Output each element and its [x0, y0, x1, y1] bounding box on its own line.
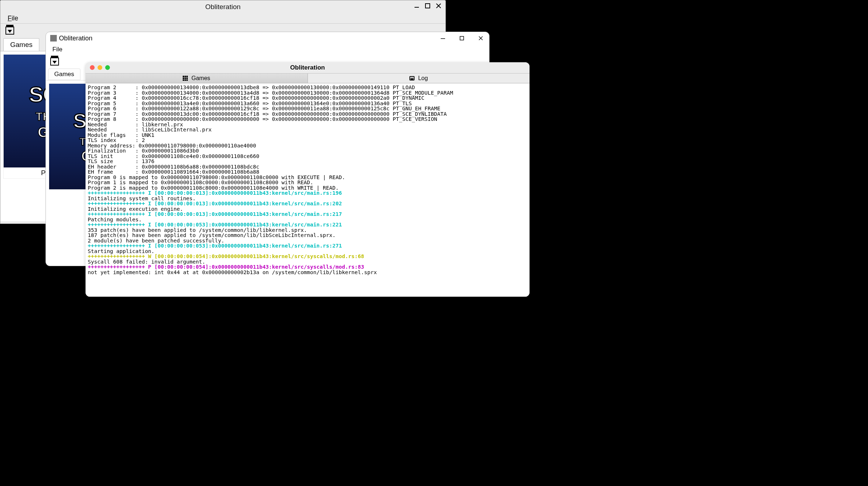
tab-games[interactable]: Games [48, 68, 80, 80]
log-line: Patching modules. [88, 217, 527, 222]
app-icon [50, 35, 57, 42]
titlebar[interactable]: Obliteration [0, 0, 445, 13]
import-icon[interactable] [5, 27, 14, 35]
maximize-button[interactable] [423, 2, 432, 10]
log-line: Program 5 : 0x000000000013a4e0:0x0000000… [88, 101, 527, 106]
log-line: ++++++++++++++++++ W [00:00:00:00:054]:0… [88, 254, 527, 259]
minimize-button[interactable] [98, 65, 102, 70]
log-line: EH header : 0x00000001108b6a88:0x0000000… [88, 164, 527, 170]
log-line: Initializing system call routines. [88, 196, 527, 201]
log-line: Starting application. [88, 249, 527, 254]
log-line: 187 patch(es) have been applied to /syst… [88, 233, 527, 238]
grid-icon [183, 76, 188, 81]
log-line: Program 8 : 0x0000000000000000:0x0000000… [88, 116, 527, 122]
log-line: ++++++++++++++++++ P [00:00:00:00:054]:0… [88, 264, 527, 270]
svg-rect-1 [425, 4, 430, 8]
log-line: Finalization : 0x000000011086d3b0 [88, 148, 527, 154]
log-line: Program 3 : 0x0000000000134000:0x0000000… [88, 90, 527, 96]
menu-file[interactable]: File [5, 14, 20, 23]
log-line: Program 4 : 0x000000000016cc78:0x0000000… [88, 95, 527, 101]
close-button[interactable] [90, 65, 95, 70]
window-title: Obliteration [59, 35, 92, 42]
log-line: TLS size : 1376 [88, 159, 527, 164]
log-line: 353 patch(es) have been applied to /syst… [88, 228, 527, 233]
close-button[interactable] [475, 33, 486, 43]
log-line: Needed : libkernel.prx [88, 122, 527, 127]
log-line: ++++++++++++++++++ I [00:00:00:00:013]:0… [88, 201, 527, 206]
log-line: ++++++++++++++++++ I [00:00:00:00:013]:0… [88, 190, 527, 196]
minimize-button[interactable] [437, 33, 448, 43]
window-title: Obliteration [205, 3, 241, 11]
log-line: Program 6 : 0x0000000000122a88:0x0000000… [88, 106, 527, 111]
titlebar[interactable]: Obliteration [86, 62, 530, 73]
log-line: Memory address: 0x0000000110798000:0x000… [88, 143, 527, 149]
minimize-button[interactable] [412, 2, 421, 10]
tab-games[interactable]: Games [86, 74, 308, 83]
log-line: Program 0 is mapped to 0x000000011079800… [88, 175, 527, 180]
maximize-button[interactable] [456, 33, 467, 43]
window-obliteration-3: Obliteration Games Log Program 2 : 0x000… [86, 62, 530, 297]
log-line: ++++++++++++++++++ I [00:00:00:00:013]:0… [88, 212, 527, 217]
menubar: File [0, 13, 445, 24]
log-line: Program 1 is mapped to 0x00000001108c000… [88, 180, 527, 185]
log-line: ++++++++++++++++++ I [00:00:00:00:053]:0… [88, 243, 527, 249]
log-line: EH frame : 0x0000000110891664:0x00000001… [88, 169, 527, 175]
log-line: TLS index : 2 [88, 138, 527, 143]
tab-log[interactable]: Log [308, 74, 530, 83]
log-line: Module flags : UNK1 [88, 133, 527, 138]
close-button[interactable] [434, 2, 443, 10]
log-line: Program 2 is mapped to 0x00000001108c800… [88, 185, 527, 191]
tab-games[interactable]: Games [3, 38, 39, 51]
window-title: Obliteration [290, 64, 325, 71]
svg-rect-5 [460, 36, 464, 40]
titlebar[interactable]: Obliteration [46, 32, 489, 44]
import-icon[interactable] [50, 58, 59, 66]
log-line: not yet implemented: int 0x44 at at 0x00… [88, 270, 527, 275]
log-panel[interactable]: Program 2 : 0x0000000000134000:0x0000000… [86, 83, 530, 297]
log-line: Needed : libSceLibcInternal.prx [88, 127, 527, 133]
log-icon [409, 76, 415, 80]
log-line: TLS init : 0x00000001108ce4e0:0x00000001… [88, 154, 527, 159]
menubar: File [46, 44, 489, 55]
log-line: ++++++++++++++++++ I [00:00:00:00:053]:0… [88, 222, 527, 228]
tabstrip: Games Log [86, 73, 530, 83]
log-line: Program 7 : 0x000000000013dc00:0x0000000… [88, 111, 527, 117]
zoom-button[interactable] [105, 65, 110, 70]
log-line: Initializing execution engine. [88, 206, 527, 212]
log-line: 2 module(s) have been patched successful… [88, 238, 527, 244]
log-line: Program 2 : 0x0000000000134000:0x0000000… [88, 85, 527, 90]
menu-file[interactable]: File [50, 45, 64, 54]
log-line: Syscall 608 failed: invalid argument. [88, 259, 527, 265]
